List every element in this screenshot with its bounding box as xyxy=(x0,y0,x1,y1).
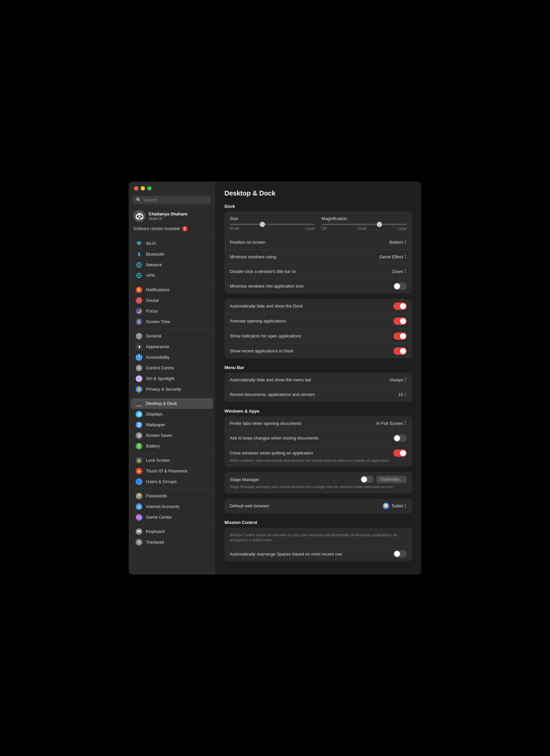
touch-id-icon: 👆 xyxy=(135,467,143,475)
show-indicators-label: Show indicators for open applications xyxy=(230,333,393,338)
divider-1 xyxy=(133,236,210,237)
auto-hide-dock-toggle[interactable] xyxy=(393,303,407,310)
sidebar-item-privacy[interactable]: 🤚 Privacy & Security xyxy=(131,384,213,395)
magnification-slider-track[interactable] xyxy=(322,224,407,225)
ask-close-toggle[interactable] xyxy=(393,435,407,442)
sidebar-label-appearance: Appearance xyxy=(146,344,169,349)
minimise-label: Minimise windows using xyxy=(230,254,379,259)
sidebar-item-network[interactable]: Network xyxy=(131,260,213,270)
sidebar-item-general[interactable]: ⚙️ General xyxy=(131,331,213,341)
stage-manager-toggle[interactable] xyxy=(360,476,374,483)
prefer-tabs-stepper[interactable]: ▲▼ xyxy=(404,421,407,426)
sidebar-item-accessibility[interactable]: ♿ Accessibility xyxy=(131,352,213,363)
sidebar-item-trackpad[interactable]: 🖱 Trackpad xyxy=(131,537,213,548)
sidebar-item-touch-id[interactable]: 👆 Touch ID & Password xyxy=(131,466,213,476)
menu-bar-auto-hide-select[interactable]: Always ▲▼ xyxy=(389,377,407,382)
sidebar-item-bluetooth[interactable]: Bluetooth xyxy=(131,249,213,260)
auto-rearrange-toggle[interactable] xyxy=(393,550,407,558)
minimise-stepper[interactable]: ▲▼ xyxy=(404,254,407,259)
minimise-value: Genie Effect xyxy=(379,254,403,259)
sidebar-item-notifications[interactable]: 🔔 Notifications xyxy=(131,285,213,295)
minimise-icon-toggle[interactable] xyxy=(393,283,407,290)
menu-bar-settings-group: Automatically hide and show the menu bar… xyxy=(224,373,412,402)
sidebar-label-focus: Focus xyxy=(146,309,158,314)
sidebar-item-battery[interactable]: 🔋 Battery xyxy=(131,441,213,451)
main-content: Desktop & Dock Dock Size Small Large xyxy=(215,182,421,575)
sidebar-label-wallpaper: Wallpaper xyxy=(146,422,165,427)
recent-docs-stepper[interactable]: ▲▼ xyxy=(404,392,407,397)
show-indicators-toggle[interactable] xyxy=(393,332,407,340)
stage-manager-group: Stage Manager Customise... Stage Manager… xyxy=(224,472,412,493)
minimize-button[interactable] xyxy=(141,186,145,190)
show-recent-label: Show recent applications in Dock xyxy=(230,348,393,353)
dock-settings-group: Size Small Large Magnification xyxy=(224,211,412,294)
customise-button[interactable]: Customise... xyxy=(376,476,407,483)
sidebar-label-screen-time: Screen Time xyxy=(146,319,170,324)
sidebar-item-appearance[interactable]: ◑ Appearance xyxy=(131,341,213,352)
maximize-button[interactable] xyxy=(147,186,152,190)
menu-bar-stepper[interactable]: ▲▼ xyxy=(404,377,407,382)
sidebar-item-displays[interactable]: 🖥 Displays xyxy=(131,409,213,420)
sidebar-item-users-groups[interactable]: 👥 Users & Groups xyxy=(131,476,213,487)
sidebar-label-trackpad: Trackpad xyxy=(146,540,164,545)
search-input[interactable] xyxy=(143,197,208,202)
sidebar-label-accessibility: Accessibility xyxy=(146,355,170,360)
update-count: 1 xyxy=(182,226,188,231)
minimise-select[interactable]: Genie Effect ▲▼ xyxy=(379,254,407,259)
minimise-icon-label: Minimise windows into application icon xyxy=(230,284,393,289)
sidebar-item-desktop-dock[interactable]: Desktop & Dock xyxy=(131,398,213,409)
sidebar-item-internet-accounts[interactable]: @ Internet Accounts xyxy=(131,501,213,512)
recent-docs-select[interactable]: 10 ▲▼ xyxy=(398,392,407,397)
sidebar-item-control-centre[interactable]: ⊞ Control Centre xyxy=(131,363,213,373)
sidebar-item-sound[interactable]: 🔊 Sound xyxy=(131,295,213,306)
sidebar-label-notifications: Notifications xyxy=(146,287,170,292)
animate-toggle[interactable] xyxy=(393,317,407,325)
double-click-stepper[interactable]: ▲▼ xyxy=(404,269,407,274)
close-button[interactable] xyxy=(134,186,138,190)
show-recent-toggle[interactable] xyxy=(393,347,407,355)
double-click-select[interactable]: Zoom ▲▼ xyxy=(392,269,407,274)
size-slider-track[interactable] xyxy=(230,224,315,225)
auto-rearrange-label: Automatically rearrange Spaces based on … xyxy=(230,552,393,557)
prefer-tabs-row: Prefer tabs when opening documents In Fu… xyxy=(224,416,412,431)
close-windows-toggle[interactable] xyxy=(393,449,407,457)
sidebar-item-keyboard[interactable]: ⌨️ Keyboard xyxy=(131,526,213,537)
sidebar-label-lock-screen: Lock Screen xyxy=(146,458,170,463)
control-centre-icon: ⊞ xyxy=(135,364,143,372)
user-profile[interactable]: 🐼 Chaitanya Shahare Apple ID xyxy=(129,207,215,224)
screen-saver-icon: 🖥 xyxy=(135,432,143,439)
recent-docs-row: Recent documents, applications and serve… xyxy=(224,387,412,402)
siri-icon xyxy=(135,375,143,382)
position-stepper[interactable]: ▲▼ xyxy=(404,239,407,245)
sidebar-item-passwords[interactable]: 🔑 Passwords xyxy=(131,491,213,501)
sidebar-item-screen-saver[interactable]: 🖥 Screen Saver xyxy=(131,430,213,441)
sidebar-item-wifi[interactable]: Wi-Fi xyxy=(131,238,213,249)
search-bar[interactable]: 🔍 xyxy=(133,196,211,204)
sidebar-item-siri[interactable]: Siri & Spotlight xyxy=(131,373,213,384)
privacy-icon: 🤚 xyxy=(135,386,143,393)
magnification-slider-item: Magnification Off Small Large xyxy=(322,216,407,230)
position-row: Position on screen Bottom ▲▼ xyxy=(224,235,412,250)
prefer-tabs-select[interactable]: In Full Screen ▲▼ xyxy=(376,421,407,426)
auto-hide-dock-label: Automatically hide and show the Dock xyxy=(230,304,393,309)
sidebar-item-vpn[interactable]: VPN xyxy=(131,270,213,281)
sidebar-item-wallpaper[interactable]: 🖼 Wallpaper xyxy=(131,420,213,430)
sidebar-label-sound: Sound xyxy=(146,298,159,303)
update-badge[interactable]: Software Update Available 1 xyxy=(129,224,215,235)
mission-control-section-header: Mission Control xyxy=(224,520,412,525)
sidebar-label-general: General xyxy=(146,333,161,338)
stage-manager-row: Stage Manager Customise... Stage Manager… xyxy=(224,472,412,493)
internet-accounts-icon: @ xyxy=(135,503,143,510)
default-browser-select[interactable]: 🧭 Safari ▲▼ xyxy=(383,503,407,509)
size-slider-thumb[interactable] xyxy=(260,222,265,227)
size-small-label: Small xyxy=(230,226,239,230)
mag-small-label: Small xyxy=(357,226,366,230)
sidebar-item-lock-screen[interactable]: 🔒 Lock Screen xyxy=(131,455,213,466)
passwords-icon: 🔑 xyxy=(135,492,143,500)
magnification-slider-label: Magnification xyxy=(322,216,407,221)
position-select[interactable]: Bottom ▲▼ xyxy=(389,239,407,245)
sidebar-item-screen-time[interactable]: ⏳ Screen Time xyxy=(131,316,213,327)
default-browser-stepper[interactable]: ▲▼ xyxy=(404,503,407,509)
sidebar-item-focus[interactable]: 🌙 Focus xyxy=(131,306,213,316)
sidebar-item-game-center[interactable]: GC Game Center xyxy=(131,512,213,523)
